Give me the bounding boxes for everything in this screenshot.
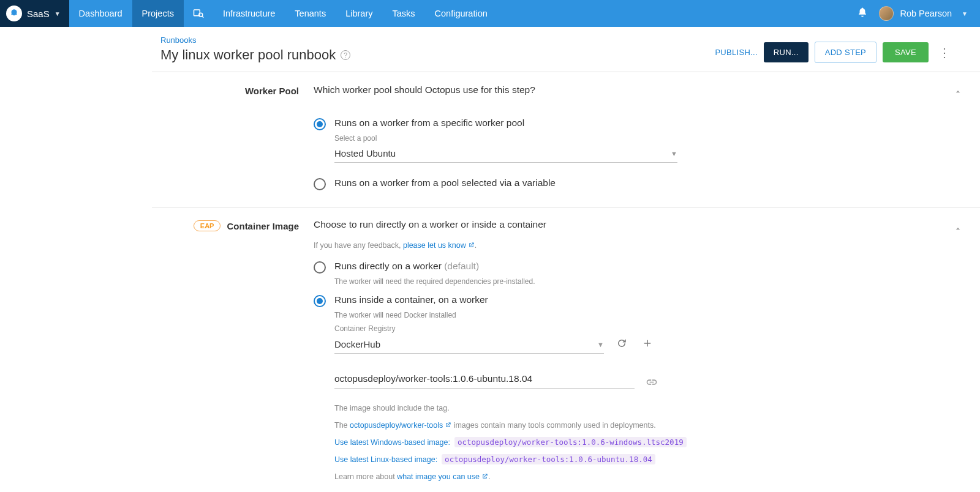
feedback-line: If you have any feedback, please let us … (314, 241, 962, 250)
radio-label: Runs directly on a worker (default) (334, 261, 479, 272)
breadcrumb[interactable]: Runbooks (160, 35, 350, 45)
run-button[interactable]: RUN... (764, 42, 809, 62)
container-hint: The worker will need Docker installed (334, 311, 962, 319)
nav-tenants[interactable]: Tenants (285, 0, 336, 27)
overflow-menu-icon[interactable]: ⋮ (935, 45, 954, 60)
image-description: The image should include the tag. The oc… (334, 402, 962, 483)
eap-badge: EAP (194, 220, 221, 231)
help-icon[interactable]: ? (341, 50, 350, 60)
radio-variable-pool[interactable]: Runs on a worker from a pool selected vi… (314, 177, 962, 190)
nav-projects[interactable]: Projects (132, 0, 184, 27)
worker-tools-link[interactable]: octopusdeploy/worker-tools (350, 421, 451, 430)
radio-specific-pool[interactable]: Runs on a worker from a specific worker … (314, 117, 962, 130)
radio-inside-container[interactable]: Runs inside a container, on a worker (314, 294, 962, 307)
radio-label: Runs inside a container, on a worker (334, 294, 488, 305)
worker-pool-label: Worker Pool (245, 86, 299, 96)
refresh-icon[interactable] (614, 335, 630, 354)
external-link-icon (468, 242, 475, 248)
external-link-icon (445, 420, 451, 427)
space-switcher[interactable]: SaaS ▼ (0, 0, 69, 27)
worker-pool-subtitle: Which worker pool should Octopus use for… (314, 84, 962, 95)
link-icon[interactable] (646, 378, 658, 389)
nav-infrastructure[interactable]: Infrastructure (213, 0, 285, 27)
space-name: SaaS (27, 9, 50, 19)
registry-select[interactable]: DockerHub ▼ (334, 335, 604, 354)
radio-icon (314, 118, 326, 130)
external-link-icon (481, 471, 488, 478)
direct-hint: The worker will need the required depend… (334, 277, 962, 286)
page-title: My linux worker pool runbook (160, 47, 336, 63)
learn-more-link[interactable]: what image you can use (397, 472, 488, 481)
select-pool-label: Select a pool (334, 134, 962, 143)
use-windows-image-link[interactable]: Use latest Windows-based image: (334, 438, 450, 447)
section-worker-pool: Worker Pool Which worker pool should Oct… (152, 72, 980, 208)
add-step-button[interactable]: ADD STEP (815, 42, 876, 63)
linux-image-code: octopusdeploy/worker-tools:1.0.6-ubuntu.… (442, 454, 655, 464)
nav-items: Dashboard Projects Infrastructure Tenant… (69, 0, 497, 27)
nav-library[interactable]: Library (336, 0, 382, 27)
pool-select-value: Hosted Ubuntu (334, 148, 396, 158)
radio-icon (314, 178, 326, 190)
registry-label: Container Registry (334, 324, 962, 333)
registry-value: DockerHub (334, 339, 380, 349)
svg-line-2 (202, 17, 203, 18)
windows-image-code: octopusdeploy/worker-tools:1.0.6-windows… (454, 437, 687, 447)
radio-icon (314, 261, 326, 274)
octopus-logo-icon (6, 6, 22, 21)
caret-down-icon: ▼ (962, 10, 968, 17)
pool-select[interactable]: Hosted Ubuntu ▼ (334, 144, 677, 163)
caret-down-icon: ▼ (597, 341, 604, 348)
image-value: octopusdeploy/worker-tools:1.0.6-ubuntu.… (334, 373, 532, 384)
radio-label: Runs on a worker from a specific worker … (334, 117, 524, 129)
avatar (879, 6, 894, 21)
add-icon[interactable] (639, 335, 655, 354)
nav-tasks[interactable]: Tasks (382, 0, 424, 27)
user-name: Rob Pearson (900, 9, 952, 18)
collapse-icon[interactable] (953, 224, 963, 236)
publish-button[interactable]: PUBLISH... (715, 48, 757, 57)
bell-icon[interactable] (857, 7, 868, 20)
radio-icon (314, 295, 326, 307)
nav-configuration[interactable]: Configuration (425, 0, 497, 27)
header-actions: PUBLISH... RUN... ADD STEP SAVE ⋮ (715, 42, 954, 63)
section-container-image: EAP Container Image Choose to run direct… (152, 208, 980, 492)
nav-search-icon[interactable] (184, 0, 213, 27)
user-menu[interactable]: Rob Pearson ▼ (879, 6, 968, 21)
caret-down-icon: ▼ (55, 10, 61, 17)
use-linux-image-link[interactable]: Use latest Linux-based image: (334, 455, 437, 464)
collapse-icon[interactable] (953, 87, 963, 99)
nav-right: Rob Pearson ▼ (857, 0, 980, 27)
container-subtitle: Choose to run directly on a worker or in… (314, 219, 962, 230)
radio-direct-worker[interactable]: Runs directly on a worker (default) (314, 261, 962, 274)
caret-down-icon: ▼ (671, 150, 677, 157)
top-nav: SaaS ▼ Dashboard Projects Infrastructure… (0, 0, 980, 27)
feedback-link[interactable]: please let us know (403, 241, 475, 250)
radio-label: Runs on a worker from a pool selected vi… (334, 177, 556, 188)
container-image-label: Container Image (227, 221, 299, 231)
save-button[interactable]: SAVE (883, 42, 929, 62)
feedback-prefix: If you have any feedback, (314, 241, 403, 250)
nav-dashboard[interactable]: Dashboard (69, 0, 132, 27)
image-input[interactable]: octopusdeploy/worker-tools:1.0.6-ubuntu.… (334, 370, 635, 389)
page-header: Runbooks My linux worker pool runbook ? … (152, 27, 980, 72)
